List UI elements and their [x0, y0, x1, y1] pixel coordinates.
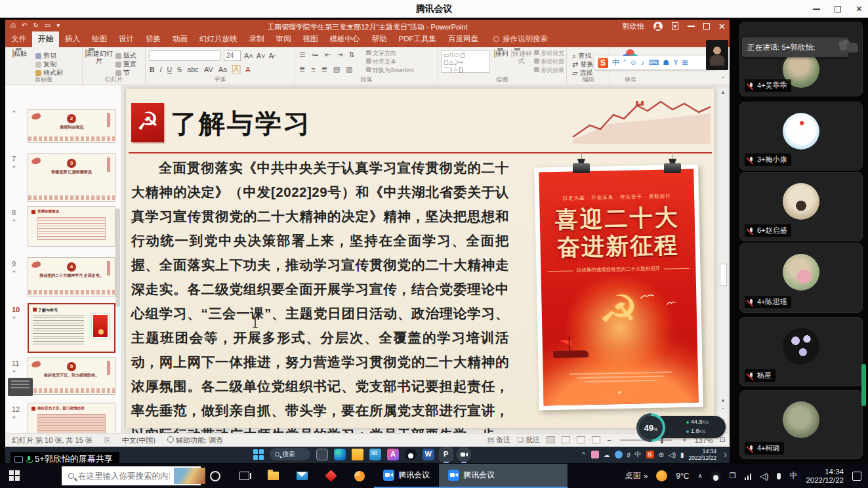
line-spacing-icon[interactable]: ⇅	[348, 51, 354, 59]
highlight-icon[interactable]: 🄰	[232, 65, 240, 73]
tray-app-icon[interactable]	[591, 451, 599, 458]
minimize-button[interactable]	[813, 9, 820, 10]
self-video-thumbnail[interactable]	[706, 40, 728, 70]
ime-indicator[interactable]: 中	[789, 470, 797, 481]
floating-mini-toolbar[interactable]	[8, 378, 33, 396]
taskbar-search-box[interactable]	[62, 466, 201, 485]
night-mode-icon[interactable]: ☽	[721, 451, 727, 458]
ppt-minimize-button[interactable]	[688, 26, 695, 27]
word-icon[interactable]	[423, 449, 434, 460]
tab-animations[interactable]: 动画	[167, 31, 194, 47]
find-button[interactable]: ⌕查找	[572, 51, 591, 60]
microphone-icon[interactable]	[777, 473, 781, 479]
thumbnail-scrollbar[interactable]	[115, 209, 120, 307]
tab-pdf-tools[interactable]: PDF工具集	[393, 31, 443, 47]
search-daily-image[interactable]	[174, 468, 205, 484]
app-a-icon[interactable]	[387, 449, 399, 460]
slide-title[interactable]: 了解与学习	[171, 106, 312, 142]
arrange-button[interactable]: 排列	[492, 50, 510, 57]
tab-help[interactable]: 帮助	[366, 31, 393, 47]
language-status[interactable]: 中文(中国)	[122, 436, 155, 445]
bold-icon[interactable]: B	[150, 66, 155, 73]
cut-button[interactable]: 剪切	[35, 51, 56, 60]
qq-icon[interactable]	[405, 449, 417, 460]
tab-home[interactable]: 开始	[32, 31, 59, 47]
copy-button[interactable]: 复制	[35, 60, 56, 69]
participant-tile[interactable]: 4+吴乖乖	[739, 22, 863, 96]
tencent-meeting-icon-active[interactable]	[458, 449, 470, 460]
clock[interactable]: 14:342022/12/22	[806, 468, 844, 485]
toolbox-icon[interactable]: ⊞	[682, 59, 688, 66]
indent-increase-icon[interactable]: ⇥	[337, 51, 342, 59]
new-slide-button[interactable]: 新建幻灯片	[84, 50, 114, 64]
tray-sync-icon[interactable]	[615, 451, 623, 458]
font-name-box[interactable]	[150, 51, 220, 61]
previous-slide-icon[interactable]: ⌃	[718, 407, 728, 413]
wps-diamond-icon[interactable]	[316, 464, 345, 488]
powerpoint-icon-active[interactable]	[440, 449, 452, 460]
thumbnail-slide-10-current[interactable]: 了解与学习	[28, 303, 115, 353]
shapes-gallery[interactable]: ▭\\⬭◻◻△⤸⇨⌒)☆{}	[441, 51, 489, 73]
account-avatar[interactable]	[653, 22, 663, 31]
wifi-icon[interactable]: ⊕	[659, 451, 664, 458]
quick-styles-button[interactable]: 快速样式	[510, 50, 533, 64]
columns-icon[interactable]: ▥	[346, 65, 352, 73]
tab-file[interactable]: 文件	[5, 31, 32, 47]
skin-icon[interactable]: Y	[673, 59, 678, 66]
scrollbar-thumb[interactable]	[720, 264, 727, 286]
clear-format-icon[interactable]: A̷	[269, 52, 274, 60]
slideshow-view-button[interactable]	[592, 436, 600, 443]
notes-toggle[interactable]: ▤ 备注	[487, 435, 510, 445]
tray-chevron-icon[interactable]: ∧	[698, 472, 703, 479]
thumbnail-slide-8[interactable]: 党费收缴情况	[28, 206, 115, 247]
panel-scrollbar-thumb[interactable]	[861, 364, 866, 406]
clock[interactable]: 14:342022/12/22	[688, 448, 716, 461]
edge-icon[interactable]	[334, 449, 346, 460]
net-monitor-widget[interactable]: 44.8K/s 1.8K/s 49%	[636, 413, 726, 439]
reading-view-button[interactable]	[577, 436, 585, 443]
participant-tile[interactable]: 杨星	[739, 317, 863, 386]
emoji-icon[interactable]: ☺	[630, 59, 637, 66]
slide-canvas[interactable]: ☭ 了解与学习 全面贯彻落实《中共中央关于认真学习宣传贯彻党的二十大精神的决定》…	[126, 89, 714, 428]
reset-button[interactable]: 重置	[115, 60, 136, 69]
notification-center-icon[interactable]	[852, 472, 861, 481]
ime-mode-icon[interactable]: 中	[612, 59, 619, 66]
justify-icon[interactable]: ▤	[333, 65, 340, 73]
search-input[interactable]	[78, 472, 170, 481]
task-view-icon[interactable]	[230, 464, 258, 488]
volume-icon[interactable]: ◁)	[760, 472, 768, 481]
replace-button[interactable]: ⇄替换	[572, 60, 593, 69]
maximize-button[interactable]	[835, 6, 841, 12]
app-orange-icon[interactable]	[345, 464, 374, 488]
volume-icon[interactable]: ◁)	[669, 451, 676, 458]
desktop-toolbar[interactable]: 桌面»	[625, 470, 648, 481]
taskbar-search[interactable]: 搜索	[270, 448, 310, 460]
smartart-button[interactable]: 转换为SmartArt	[366, 66, 414, 75]
slide-sorter-view-button[interactable]	[562, 436, 570, 443]
align-center-icon[interactable]: ≡	[311, 66, 315, 73]
align-right-icon[interactable]: ≣	[321, 65, 327, 73]
text-direction-button[interactable]: 文字方向	[366, 49, 414, 58]
network-icon[interactable]	[745, 472, 752, 480]
change-case-icon[interactable]: Aa	[218, 66, 227, 73]
window-tray-icon[interactable]: ❒	[730, 472, 736, 480]
mail-icon[interactable]	[287, 464, 316, 488]
accessibility-status[interactable]: 辅助功能: 调查	[167, 436, 223, 445]
ppt-restore-button[interactable]	[703, 23, 710, 30]
close-button[interactable]: ✕	[856, 5, 863, 13]
slide-body-text[interactable]: 全面贯彻落实《中共中央关于认真学习宣传贯彻党的二十大精神的决定》（中发[2022…	[131, 155, 509, 463]
slide-poster-image[interactable]: 以史为鉴 · 开创未来 · 埋头苦干 · 勇毅前行 喜迎二十大 奋进新征程 以优…	[534, 164, 703, 410]
tab-draw[interactable]: 绘图	[86, 31, 113, 47]
grow-font-icon[interactable]: A˄	[244, 52, 253, 60]
tab-slideshow[interactable]: 幻灯片放映	[194, 31, 243, 47]
ime-indicator[interactable]: 中	[635, 450, 642, 459]
start-button[interactable]	[0, 464, 30, 488]
numbering-icon[interactable]: ≔	[312, 51, 319, 59]
tab-transitions[interactable]: 切换	[140, 31, 167, 47]
tab-review[interactable]: 审阅	[270, 31, 297, 47]
participant-tile[interactable]: 3+梅小康	[739, 102, 863, 171]
participant-tile[interactable]: 4+陈思瑶	[739, 243, 863, 313]
tencent-meeting-window-2-active[interactable]: 腾讯会议	[439, 464, 568, 488]
shape-fill-button[interactable]: 形状填充	[534, 49, 564, 58]
comments-toggle[interactable]: ❏ 批注	[517, 435, 540, 445]
